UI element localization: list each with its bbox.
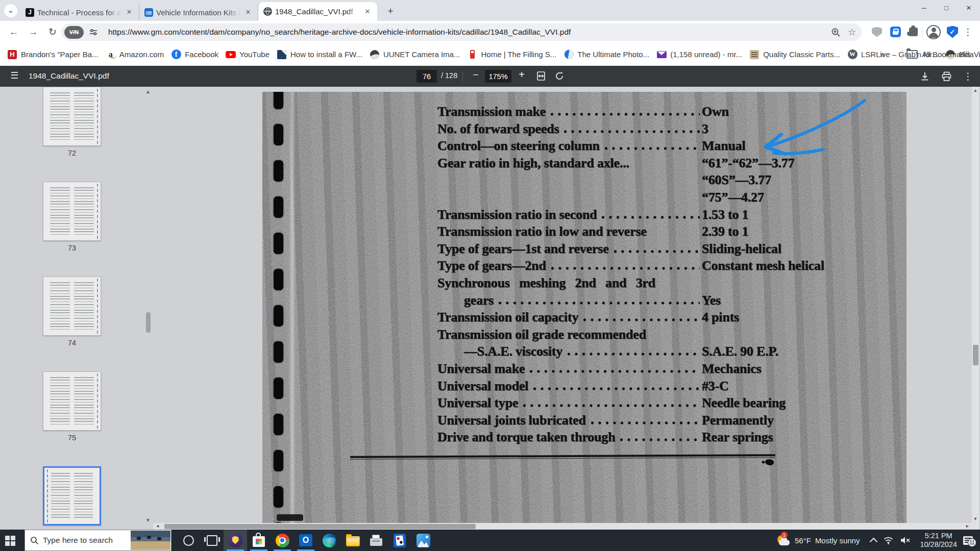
bookmark-item[interactable]: Home | The Filling S... <box>467 49 556 60</box>
bookmark-label: Brandon's "Paper Ba... <box>21 50 99 59</box>
taskbar-app-norton[interactable] <box>224 530 247 551</box>
task-view-icon <box>207 535 217 546</box>
fit-to-page-icon[interactable] <box>536 71 546 81</box>
pdf-menu-hamburger-icon[interactable]: ☰ <box>10 70 18 81</box>
thumbnail-page-76[interactable] <box>43 466 101 525</box>
zoom-out-button[interactable]: − <box>470 69 482 81</box>
bookmark-item[interactable]: aAmazon.com <box>106 49 164 60</box>
browser-menu-icon[interactable]: ⋮ <box>963 26 973 38</box>
tab-title: Technical - Process for adding c <box>37 8 121 17</box>
spec-row: Transmission ratio in second1.53 to 1 <box>437 207 899 224</box>
safety-shield-icon[interactable]: ✓ <box>947 26 958 38</box>
notification-center-icon[interactable]: 11 <box>963 536 973 545</box>
spec-value: Needle bearing <box>702 395 786 411</box>
forward-icon[interactable]: → <box>26 24 41 40</box>
vertical-scrollbar-thumb[interactable] <box>973 345 978 365</box>
pdf-more-options-icon[interactable]: ⋮ <box>963 70 973 82</box>
weather-description[interactable]: Mostly sunny <box>815 536 860 545</box>
tab-close-icon[interactable]: ✕ <box>243 8 253 17</box>
url-text[interactable]: https://www.gm.com/content/dam/company/n… <box>108 28 829 37</box>
browser-tab[interactable]: JTechnical - Process for adding c✕ <box>20 4 139 21</box>
omnibox[interactable]: V/N https://www.gm.com/content/dam/compa… <box>61 23 862 41</box>
taskbar-app-cortana[interactable] <box>177 530 200 551</box>
scroll-right-icon[interactable]: ► <box>965 523 970 529</box>
bookmark-item[interactable]: UUNET Camera Ima... <box>370 49 460 60</box>
clock[interactable]: 5:21 PM 10/28/2024 <box>920 532 957 549</box>
window-maximize-button[interactable]: □ <box>935 0 958 17</box>
scroll-down-icon[interactable]: ▼ <box>972 516 979 521</box>
tab-close-icon[interactable]: ✕ <box>363 7 372 16</box>
bookmark-star-icon[interactable]: ☆ <box>845 26 859 39</box>
bookmark-item[interactable]: (1,158 unread) - mr... <box>656 49 742 60</box>
weather-icon[interactable]: 1 <box>777 534 791 547</box>
taskbar-app-task-view[interactable] <box>200 530 224 551</box>
edge-icon <box>323 534 336 547</box>
site-info-icon[interactable] <box>87 26 100 39</box>
vpn-badge-icon[interactable]: V/N <box>64 26 84 39</box>
window-minimize-button[interactable]: ─ <box>913 0 935 17</box>
rotate-page-icon[interactable] <box>554 71 565 81</box>
sidebar-scroll-down-icon[interactable]: ▼ <box>145 517 151 523</box>
taskbar-app-printer[interactable] <box>364 530 388 551</box>
all-bookmarks-button[interactable]: All Bookmarks <box>922 50 971 59</box>
spec-label-wrap: —S.A.E. viscosity <box>437 344 702 359</box>
download-icon[interactable] <box>920 71 930 82</box>
spec-label: Gear ratio in high, standard axle... <box>437 156 629 171</box>
reload-icon[interactable]: ↻ <box>45 24 60 40</box>
window-close-button[interactable]: ✕ <box>958 0 980 17</box>
taskbar-app-solitaire[interactable] <box>388 530 411 551</box>
tab-title: Vehicle Information Kits | GM H <box>156 8 240 17</box>
zoom-level-value[interactable]: 175% <box>485 70 511 83</box>
taskbar-app-chrome[interactable] <box>271 530 294 551</box>
taskbar-search-input[interactable]: Type here to search <box>24 530 172 551</box>
sidebar-scroll-up-icon[interactable]: ▲ <box>145 89 151 94</box>
extensions-puzzle-icon[interactable] <box>909 28 918 36</box>
start-button[interactable] <box>0 530 24 551</box>
thumbnail-page-74[interactable] <box>43 277 101 336</box>
wifi-icon[interactable] <box>884 537 893 544</box>
horizontal-scrollbar[interactable]: ◄ ► <box>153 523 972 530</box>
bookmark-item[interactable]: YouTube <box>226 49 270 60</box>
address-bar: ← → ↻ V/N https://www.gm.com/content/dam… <box>0 21 980 43</box>
thumbnail-page-72[interactable] <box>43 87 101 146</box>
browser-tab[interactable]: GMVehicle Information Kits | GM H✕ <box>139 4 258 21</box>
profile-avatar-icon[interactable] <box>926 25 941 39</box>
tab-close-icon[interactable]: ✕ <box>125 8 134 17</box>
bookmark-item[interactable]: HBrandon's "Paper Ba... <box>7 49 99 60</box>
zoom-in-button[interactable]: + <box>516 69 528 81</box>
taskbar-app-photos[interactable] <box>411 530 435 551</box>
tray-expand-chevron-icon[interactable] <box>870 537 878 545</box>
thumbnail-page-73[interactable] <box>43 182 101 241</box>
bookmark-item[interactable]: How to install a FW... <box>277 49 362 60</box>
bookmarks-overflow-icon[interactable]: » <box>879 49 885 60</box>
spec-label-wrap: Transmission oil capacity <box>437 310 702 325</box>
page-number-input[interactable]: 76 <box>416 70 437 83</box>
back-icon[interactable]: ← <box>6 24 21 40</box>
zoom-page-icon[interactable] <box>829 26 842 39</box>
taskbar-app-microsoft-store[interactable] <box>247 530 271 551</box>
scroll-up-icon[interactable]: ▲ <box>972 88 979 93</box>
thumbnail-page-75[interactable] <box>43 371 101 431</box>
bookmark-item[interactable]: The Ultimate Photo... <box>564 49 649 60</box>
password-manager-lock-icon[interactable] <box>890 27 901 37</box>
taskbar-app-file-explorer[interactable] <box>341 530 364 551</box>
vertical-scrollbar[interactable] <box>972 87 979 530</box>
search-highlight-image[interactable] <box>131 531 170 550</box>
spec-label: Control—on steering column <box>437 138 600 154</box>
taskbar-app-edge[interactable] <box>317 530 341 551</box>
browser-tab[interactable]: 1948_Cadillac_VVI.pdf✕ <box>258 2 377 21</box>
tab-search-chevron-icon[interactable]: ⌄ <box>4 4 17 17</box>
taskbar-app-outlook[interactable]: O <box>294 530 317 551</box>
weather-temperature[interactable]: 56°F <box>795 536 811 545</box>
sidebar-scrollbar-thumb[interactable] <box>146 312 151 333</box>
bookmark-item[interactable]: fFacebook <box>171 49 218 60</box>
bookmark-item[interactable]: Quality Classic Parts... <box>749 49 840 60</box>
horizontal-scrollbar-thumb[interactable] <box>164 524 476 529</box>
print-icon[interactable] <box>941 71 952 82</box>
volume-muted-icon[interactable] <box>900 536 911 544</box>
pdf-viewer: 7273747576 ▲ ▼ Transmission makeOwnNo. o… <box>0 87 980 530</box>
mail-glyph-icon <box>657 51 667 58</box>
extension-shield-icon[interactable] <box>872 27 882 37</box>
new-tab-button[interactable]: + <box>384 5 397 18</box>
scroll-left-icon[interactable]: ◄ <box>155 523 160 529</box>
